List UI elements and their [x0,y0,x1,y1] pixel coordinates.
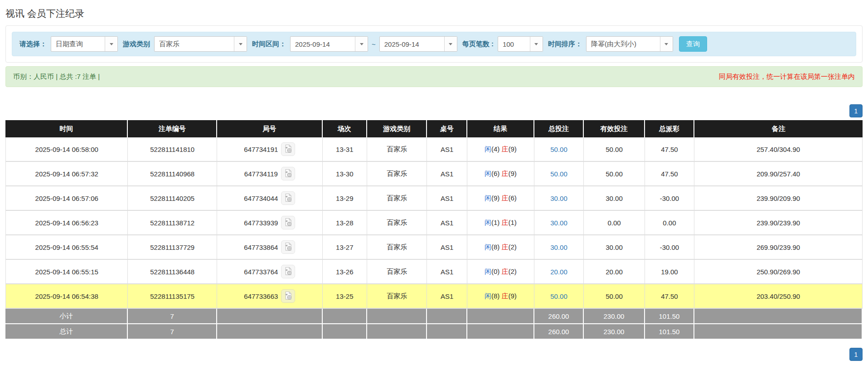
total-label-cell: 小计 [5,309,128,324]
page-size-input[interactable] [498,37,530,51]
page-title: 视讯 会员下注纪录 [5,7,863,20]
session-cell: 13-30 [323,162,367,186]
game-type-cell: 百家乐 [367,284,427,309]
result-cell: 闲(4) 庄(9) [467,137,534,162]
result-cell: 闲(8) 庄(9) [467,284,534,309]
game-type-cell [367,324,427,340]
bet-time-cell: 2025-09-14 06:57:06 [5,186,128,211]
bet-id-cell: 522811137729 [128,235,217,260]
date-to-combo[interactable] [379,36,457,52]
page-size-combo[interactable] [498,36,543,52]
video-replay-button[interactable] [281,240,295,254]
table-number-cell: AS1 [427,186,467,211]
filter-bar: 请选择： 游戏类别 时间区间： ~ 每页笔数 : [12,32,856,56]
game-type-cell: 百家乐 [367,211,427,235]
date-to-input[interactable] [380,37,444,51]
query-type-dropdown-button[interactable] [105,37,117,51]
total-bet-link[interactable]: 50.00 [550,170,567,178]
valid-bet-cell: 0.00 [584,211,645,235]
grand-total-row: 总计7260.00230.00101.50 [5,324,863,340]
round-cell [217,324,323,340]
player-result-label: 闲 [485,292,491,300]
bet-time-cell: 2025-09-14 06:54:38 [5,284,128,309]
table-number-cell [427,324,467,340]
valid-bet-cell: 230.00 [584,324,645,340]
total-count-cell: 7 [128,324,217,340]
total-bet-link[interactable]: 50.00 [550,292,567,300]
remark-cell: 203.40/250.90 [694,284,863,309]
date-range-label: 时间区间： [252,40,286,49]
total-bet-link[interactable]: 30.00 [550,195,567,202]
time-sort-dropdown-button[interactable] [660,37,673,51]
column-header-5: 游戏类别 [367,120,427,137]
page-size-dropdown-button[interactable] [530,37,543,51]
total-count-cell: 7 [128,309,217,324]
chevron-down-icon [239,43,242,45]
total-bet-link[interactable]: 30.00 [550,243,567,251]
query-type-input[interactable] [51,37,105,51]
player-result-label: 闲 [485,268,491,275]
pagination-bottom: 1 [5,348,863,361]
video-replay-button[interactable] [281,289,295,303]
banker-result-label: 庄 [502,194,509,202]
session-cell: 13-28 [323,211,367,235]
total-bet-link[interactable]: 50.00 [550,146,567,153]
result-cell [467,324,534,340]
valid-bet-cell: 50.00 [584,284,645,309]
session-cell: 13-27 [323,235,367,260]
valid-bet-cell: 30.00 [584,186,645,211]
page: 视讯 会员下注纪录 请选择： 游戏类别 时间区间： ~ 每 [0,0,868,365]
round-number: 647733663 [244,292,278,300]
bet-time-cell: 2025-09-14 06:56:23 [5,211,128,235]
game-type-input[interactable] [155,37,234,51]
query-type-combo[interactable] [51,36,118,52]
total-bet-cell: 30.00 [534,211,584,235]
round-number: 647733864 [244,243,278,251]
bet-time-cell: 2025-09-14 06:55:54 [5,235,128,260]
column-header-11: 备注 [694,120,863,137]
result-cell: 闲(1) 庄(1) [467,211,534,235]
remark-cell: 269.90/239.90 [694,235,863,260]
video-replay-button[interactable] [281,265,295,278]
video-replay-button[interactable] [281,142,295,156]
bet-time-cell: 2025-09-14 06:57:32 [5,162,128,186]
date-from-combo[interactable] [290,36,368,52]
video-replay-button[interactable] [281,191,295,205]
date-from-dropdown-button[interactable] [355,37,368,51]
round-number: 647734119 [244,170,278,178]
video-replay-button[interactable] [281,167,295,180]
game-type-combo[interactable] [154,36,247,52]
result-cell: 闲(8) 庄(2) [467,235,534,260]
date-range-separator: ~ [372,40,376,48]
chevron-down-icon [449,43,452,45]
result-cell [467,309,534,324]
payout-cell: 47.50 [645,162,695,186]
game-type-cell: 百家乐 [367,137,427,162]
round-cell: 647734191 [217,137,323,162]
date-to-dropdown-button[interactable] [444,37,457,51]
payout-cell: -30.00 [645,235,695,260]
player-result-label: 闲 [485,170,491,177]
total-bet-link[interactable]: 30.00 [550,219,567,227]
column-header-8: 总投注 [534,120,584,137]
result-cell: 闲(0) 庄(2) [467,260,534,284]
valid-bet-cell: 230.00 [584,309,645,324]
betting-records-table: 时间注单编号局号场次游戏类别桌号结果总投注有效投注总派彩备注 2025-09-1… [5,120,863,340]
date-from-input[interactable] [291,37,355,51]
session-cell: 13-31 [323,137,367,162]
page-button-1[interactable]: 1 [849,104,863,117]
search-button[interactable]: 查询 [679,36,707,52]
video-replay-button[interactable] [281,216,295,229]
pagination-top: 1 [5,104,863,117]
player-result-label: 闲 [485,145,491,153]
banker-result-label: 庄 [502,292,509,300]
total-bet-link[interactable]: 20.00 [550,268,567,276]
column-header-1: 时间 [5,120,128,137]
game-type-dropdown-button[interactable] [234,37,247,51]
time-sort-combo[interactable] [586,36,673,52]
table-number-cell: AS1 [427,284,467,309]
table-row: 2025-09-14 06:54:38522811135175647733663… [5,284,863,309]
page-button-1[interactable]: 1 [849,348,863,361]
time-sort-input[interactable] [587,37,660,51]
total-bet-cell: 50.00 [534,284,584,309]
